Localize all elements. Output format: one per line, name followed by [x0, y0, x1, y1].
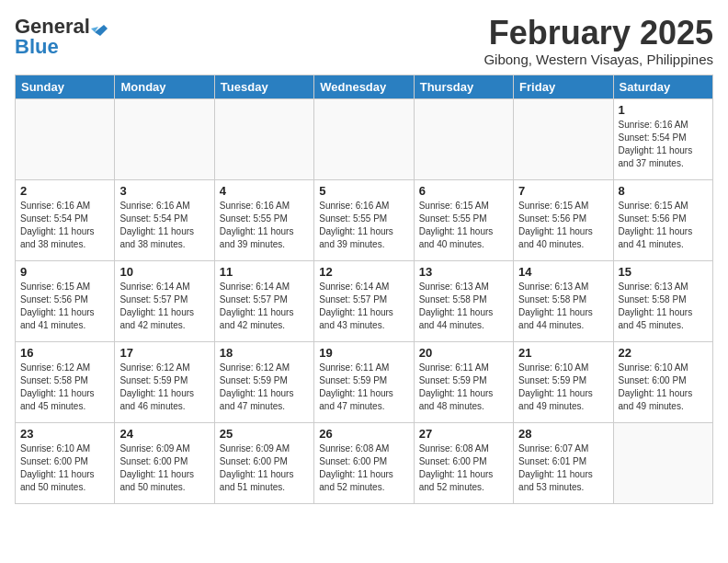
day-number: 24: [119, 427, 209, 441]
calendar-cell: 26Sunrise: 6:08 AM Sunset: 6:00 PM Dayli…: [314, 422, 414, 503]
day-number: 26: [319, 427, 408, 441]
week-row-1: 1Sunrise: 6:16 AM Sunset: 5:54 PM Daylig…: [16, 98, 713, 179]
day-number: 7: [518, 184, 608, 198]
calendar-cell: 8Sunrise: 6:15 AM Sunset: 5:56 PM Daylig…: [613, 179, 712, 260]
day-number: 25: [220, 427, 309, 441]
day-number: 20: [419, 346, 508, 360]
logo-blue-text: Blue: [15, 35, 59, 59]
weekday-header-row: SundayMondayTuesdayWednesdayThursdayFrid…: [16, 75, 713, 98]
calendar-cell: 17Sunrise: 6:12 AM Sunset: 5:59 PM Dayli…: [115, 341, 214, 422]
day-number: 22: [619, 346, 708, 360]
week-row-3: 9Sunrise: 6:15 AM Sunset: 5:56 PM Daylig…: [16, 260, 713, 341]
day-info: Sunrise: 6:13 AM Sunset: 5:58 PM Dayligh…: [419, 281, 508, 332]
day-info: Sunrise: 6:14 AM Sunset: 5:57 PM Dayligh…: [319, 281, 408, 332]
weekday-header-saturday: Saturday: [613, 75, 712, 98]
calendar-table: SundayMondayTuesdayWednesdayThursdayFrid…: [15, 75, 713, 504]
calendar-cell: 11Sunrise: 6:14 AM Sunset: 5:57 PM Dayli…: [214, 260, 313, 341]
day-info: Sunrise: 6:09 AM Sunset: 6:00 PM Dayligh…: [119, 442, 209, 494]
day-info: Sunrise: 6:09 AM Sunset: 6:00 PM Dayligh…: [220, 442, 309, 494]
calendar-cell: 3Sunrise: 6:16 AM Sunset: 5:54 PM Daylig…: [115, 179, 214, 260]
calendar-cell: 23Sunrise: 6:10 AM Sunset: 6:00 PM Dayli…: [16, 422, 115, 503]
calendar-cell: 25Sunrise: 6:09 AM Sunset: 6:00 PM Dayli…: [214, 422, 313, 503]
day-number: 10: [119, 265, 209, 279]
calendar-cell: [214, 98, 313, 179]
calendar-cell: [16, 98, 115, 179]
weekday-header-monday: Monday: [115, 75, 214, 98]
day-info: Sunrise: 6:15 AM Sunset: 5:56 PM Dayligh…: [518, 200, 608, 251]
calendar-cell: 19Sunrise: 6:11 AM Sunset: 5:59 PM Dayli…: [314, 341, 414, 422]
calendar-cell: 21Sunrise: 6:10 AM Sunset: 5:59 PM Dayli…: [514, 341, 613, 422]
calendar-cell: 13Sunrise: 6:13 AM Sunset: 5:58 PM Dayli…: [414, 260, 513, 341]
calendar-cell: 1Sunrise: 6:16 AM Sunset: 5:54 PM Daylig…: [613, 98, 712, 179]
svg-marker-0: [95, 25, 108, 36]
day-info: Sunrise: 6:07 AM Sunset: 6:01 PM Dayligh…: [518, 442, 608, 494]
calendar-cell: 6Sunrise: 6:15 AM Sunset: 5:55 PM Daylig…: [414, 179, 513, 260]
calendar-cell: 7Sunrise: 6:15 AM Sunset: 5:56 PM Daylig…: [514, 179, 613, 260]
day-info: Sunrise: 6:15 AM Sunset: 5:56 PM Dayligh…: [20, 281, 109, 332]
day-info: Sunrise: 6:12 AM Sunset: 5:59 PM Dayligh…: [119, 362, 209, 413]
calendar-cell: 18Sunrise: 6:12 AM Sunset: 5:59 PM Dayli…: [214, 341, 313, 422]
day-info: Sunrise: 6:11 AM Sunset: 5:59 PM Dayligh…: [319, 362, 408, 413]
day-number: 12: [319, 265, 408, 279]
location-subtitle: Gibong, Western Visayas, Philippines: [483, 52, 713, 67]
day-number: 28: [518, 427, 608, 441]
day-info: Sunrise: 6:08 AM Sunset: 6:00 PM Dayligh…: [419, 442, 508, 494]
calendar-cell: 22Sunrise: 6:10 AM Sunset: 6:00 PM Dayli…: [613, 341, 712, 422]
day-info: Sunrise: 6:11 AM Sunset: 5:59 PM Dayligh…: [419, 362, 508, 413]
day-info: Sunrise: 6:10 AM Sunset: 6:00 PM Dayligh…: [619, 362, 708, 413]
logo: General Blue: [15, 15, 108, 59]
calendar-cell: [514, 98, 613, 179]
week-row-2: 2Sunrise: 6:16 AM Sunset: 5:54 PM Daylig…: [16, 179, 713, 260]
weekday-header-sunday: Sunday: [16, 75, 115, 98]
day-info: Sunrise: 6:16 AM Sunset: 5:55 PM Dayligh…: [319, 200, 408, 251]
day-info: Sunrise: 6:16 AM Sunset: 5:54 PM Dayligh…: [119, 200, 209, 251]
weekday-header-friday: Friday: [514, 75, 613, 98]
day-number: 16: [20, 346, 109, 360]
calendar-cell: 28Sunrise: 6:07 AM Sunset: 6:01 PM Dayli…: [514, 422, 613, 503]
day-number: 13: [419, 265, 508, 279]
calendar-cell: [115, 98, 214, 179]
day-number: 21: [518, 346, 608, 360]
day-number: 15: [619, 265, 708, 279]
day-number: 4: [220, 184, 309, 198]
logo-bird-icon: [91, 19, 108, 36]
calendar-cell: 10Sunrise: 6:14 AM Sunset: 5:57 PM Dayli…: [115, 260, 214, 341]
calendar-cell: 12Sunrise: 6:14 AM Sunset: 5:57 PM Dayli…: [314, 260, 414, 341]
calendar-cell: [613, 422, 712, 503]
day-info: Sunrise: 6:14 AM Sunset: 5:57 PM Dayligh…: [220, 281, 309, 332]
day-info: Sunrise: 6:15 AM Sunset: 5:55 PM Dayligh…: [419, 200, 508, 251]
day-number: 9: [20, 265, 109, 279]
day-info: Sunrise: 6:15 AM Sunset: 5:56 PM Dayligh…: [619, 200, 708, 251]
day-number: 3: [119, 184, 209, 198]
day-info: Sunrise: 6:14 AM Sunset: 5:57 PM Dayligh…: [119, 281, 209, 332]
day-number: 19: [319, 346, 408, 360]
month-title: February 2025: [483, 15, 713, 52]
day-number: 6: [419, 184, 508, 198]
weekday-header-tuesday: Tuesday: [214, 75, 313, 98]
day-number: 1: [619, 103, 708, 117]
day-info: Sunrise: 6:16 AM Sunset: 5:55 PM Dayligh…: [220, 200, 309, 251]
calendar-cell: 15Sunrise: 6:13 AM Sunset: 5:58 PM Dayli…: [613, 260, 712, 341]
day-number: 8: [619, 184, 708, 198]
day-info: Sunrise: 6:10 AM Sunset: 5:59 PM Dayligh…: [518, 362, 608, 413]
weekday-header-thursday: Thursday: [414, 75, 513, 98]
day-number: 14: [518, 265, 608, 279]
day-number: 23: [20, 427, 109, 441]
day-info: Sunrise: 6:13 AM Sunset: 5:58 PM Dayligh…: [619, 281, 708, 332]
day-info: Sunrise: 6:16 AM Sunset: 5:54 PM Dayligh…: [20, 200, 109, 251]
week-row-5: 23Sunrise: 6:10 AM Sunset: 6:00 PM Dayli…: [16, 422, 713, 503]
calendar-cell: 9Sunrise: 6:15 AM Sunset: 5:56 PM Daylig…: [16, 260, 115, 341]
title-block: February 2025 Gibong, Western Visayas, P…: [483, 15, 713, 67]
calendar-cell: [314, 98, 414, 179]
day-info: Sunrise: 6:16 AM Sunset: 5:54 PM Dayligh…: [619, 119, 708, 170]
calendar-cell: 24Sunrise: 6:09 AM Sunset: 6:00 PM Dayli…: [115, 422, 214, 503]
day-number: 18: [220, 346, 309, 360]
day-info: Sunrise: 6:08 AM Sunset: 6:00 PM Dayligh…: [319, 442, 408, 494]
day-number: 27: [419, 427, 508, 441]
calendar-cell: 4Sunrise: 6:16 AM Sunset: 5:55 PM Daylig…: [214, 179, 313, 260]
day-number: 17: [119, 346, 209, 360]
day-info: Sunrise: 6:12 AM Sunset: 5:58 PM Dayligh…: [20, 362, 109, 413]
calendar-cell: [414, 98, 513, 179]
calendar-cell: 16Sunrise: 6:12 AM Sunset: 5:58 PM Dayli…: [16, 341, 115, 422]
day-number: 2: [20, 184, 109, 198]
